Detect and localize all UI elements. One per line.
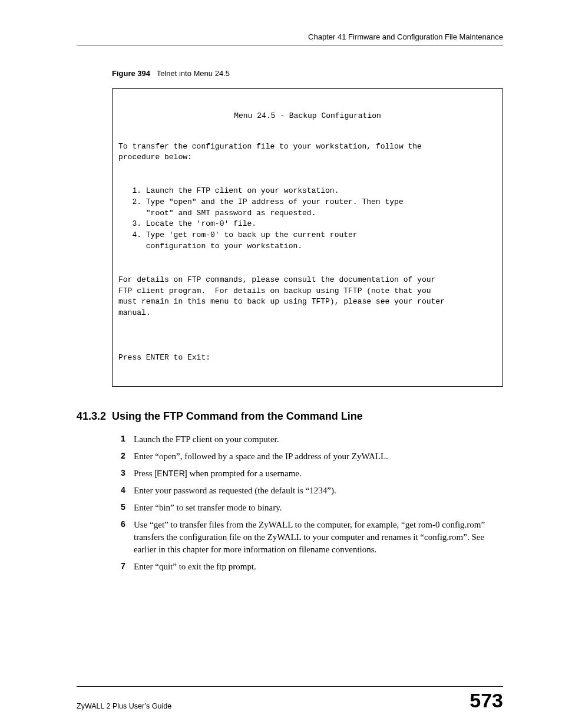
step-2: 2Enter “open”, followed by a space and t… <box>121 450 503 463</box>
telnet-box: Menu 24.5 - Backup Configuration To tran… <box>112 88 503 387</box>
steps-list: 1Launch the FTP client on your computer.… <box>121 433 503 573</box>
footer: ZyWALL 2 Plus User’s Guide 573 <box>77 686 503 710</box>
telnet-press: Press ENTER to Exit: <box>118 353 497 364</box>
telnet-details: For details on FTP commands, please cons… <box>118 275 497 319</box>
step-text: Enter “bin” to set transfer mode to bina… <box>134 502 282 514</box>
step-3a: Press <box>134 469 154 478</box>
step-3-enter: [ENTER] <box>154 469 187 478</box>
step-num: 6 <box>121 519 134 556</box>
step-text: Launch the FTP client on your computer. <box>134 433 279 446</box>
step-7: 7Enter “quit” to exit the ftp prompt. <box>121 561 503 573</box>
step-num: 3 <box>121 467 134 480</box>
step-num: 5 <box>121 502 134 514</box>
step-text: Enter “quit” to exit the ftp prompt. <box>134 561 256 573</box>
step-text: Enter “open”, followed by a space and th… <box>134 450 388 463</box>
figure-label: Figure 394 <box>112 69 150 78</box>
step-6: 6Use “get” to transfer files from the Zy… <box>121 519 503 556</box>
step-num: 1 <box>121 433 134 446</box>
telnet-intro: To transfer the configuration file to yo… <box>118 141 497 164</box>
step-text: Use “get” to transfer files from the ZyW… <box>134 519 503 556</box>
section-heading: 41.3.2 Using the FTP Command from the Co… <box>77 410 503 423</box>
figure-caption: Figure 394 Telnet into Menu 24.5 <box>112 69 503 78</box>
section-number: 41.3.2 <box>77 410 106 422</box>
step-text: Press [ENTER] when prompted for a userna… <box>134 467 302 480</box>
header-chapter: Chapter 41 Firmware and Configuration Fi… <box>77 32 503 45</box>
step-num: 2 <box>121 450 134 463</box>
step-num: 7 <box>121 561 134 573</box>
step-4: 4Enter your password as requested (the d… <box>121 485 503 497</box>
page-number: 573 <box>470 690 503 710</box>
step-5: 5Enter “bin” to set transfer mode to bin… <box>121 502 503 514</box>
figure-title: Telnet into Menu 24.5 <box>157 69 230 78</box>
footer-guide: ZyWALL 2 Plus User’s Guide <box>77 702 171 710</box>
telnet-title: Menu 24.5 - Backup Configuration <box>118 111 497 122</box>
section-title: Using the FTP Command from the Command L… <box>112 410 363 422</box>
step-1: 1Launch the FTP client on your computer. <box>121 433 503 446</box>
step-text: Enter your password as requested (the de… <box>134 485 336 497</box>
step-3: 3Press [ENTER] when prompted for a usern… <box>121 467 503 480</box>
step-num: 4 <box>121 485 134 497</box>
step-3c: when prompted for a username. <box>187 469 302 478</box>
telnet-items: 1. Launch the FTP client on your worksta… <box>118 186 497 252</box>
